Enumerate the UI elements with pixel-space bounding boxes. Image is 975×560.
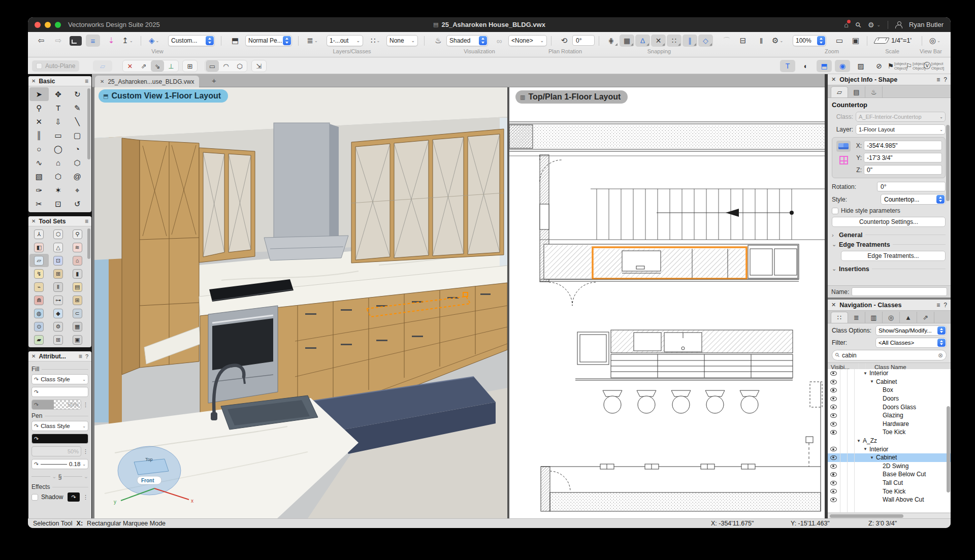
visibility-eye-icon[interactable] xyxy=(830,380,837,384)
fastener-toolset-icon[interactable]: ⊶ xyxy=(49,293,68,307)
dimension-toolset-icon[interactable]: ▤ xyxy=(68,280,87,293)
tab-render[interactable]: ♨ xyxy=(865,86,883,97)
close-icon[interactable]: ✕ xyxy=(31,78,36,84)
no-scaling-mode-icon[interactable]: ✕ xyxy=(123,60,137,72)
visibility-eye-icon[interactable] xyxy=(830,422,837,426)
nurbs-toolset-icon[interactable]: ≋ xyxy=(68,241,87,254)
name-field[interactable] xyxy=(852,287,947,296)
camera-toolset-icon[interactable]: ▣ xyxy=(68,333,87,346)
snap-smart-edge-icon[interactable]: ∥ xyxy=(682,35,697,47)
tab-shape[interactable]: ▱ xyxy=(831,86,848,97)
rotate-tool-icon[interactable]: ↺ xyxy=(68,197,87,211)
class-row[interactable]: Tall Cut xyxy=(828,479,951,487)
3d-view-pane[interactable]: Top Front x y ⬒ Custom View 1-Floor Layo… xyxy=(94,87,507,518)
stepper-icon[interactable] xyxy=(283,36,291,45)
close-icon[interactable]: ✕ xyxy=(831,302,836,308)
close-tab-icon[interactable]: ✕ xyxy=(100,79,104,84)
clip-tool-icon[interactable]: ✂ xyxy=(29,197,49,211)
settings-gear-icon[interactable]: ⚙⌄ xyxy=(770,35,785,47)
close-icon[interactable]: ✕ xyxy=(831,76,836,83)
data-bar-icon[interactable]: ⇣ xyxy=(104,35,118,47)
end-marker-dropdown[interactable]: ⌄ xyxy=(63,473,88,480)
layers-icon[interactable]: ≣⌄ xyxy=(305,35,319,47)
visibility-eye-icon[interactable] xyxy=(830,455,837,460)
auto-plane-toggle[interactable]: Auto-Plane xyxy=(32,60,79,72)
expand-arrow-icon[interactable]: ▼ xyxy=(870,455,876,460)
render-settings-icon[interactable]: ⬒ xyxy=(228,35,242,47)
x-coordinate-field[interactable]: -354'4.985" xyxy=(864,141,942,150)
stage-toolset-icon[interactable]: ⋒ xyxy=(29,293,49,307)
class-row[interactable]: ▼ Interior xyxy=(828,369,951,378)
edge-treatments-button[interactable]: Edge Treatments... xyxy=(841,251,946,261)
expand-arrow-icon[interactable]: ▼ xyxy=(870,379,876,384)
saved-views-icon[interactable]: ◈⌄ xyxy=(147,35,161,47)
close-icon[interactable]: ✕ xyxy=(31,218,36,224)
panel-menu-icon[interactable]: ≡ xyxy=(936,76,940,83)
class-row[interactable]: ▼ Cabinet xyxy=(828,453,951,462)
snap-object-icon[interactable]: ▦ xyxy=(620,35,634,47)
text-display-toggle-icon[interactable]: T[object Object] xyxy=(780,60,795,72)
settings-gear-icon[interactable]: ⚙ xyxy=(868,21,874,29)
pen-opacity-menu-icon[interactable]: ⋮ xyxy=(83,448,88,455)
stepper-icon[interactable] xyxy=(937,339,946,347)
start-marker-dropdown[interactable]: ⌄ xyxy=(31,473,56,480)
fit-objects-icon[interactable]: ▣ xyxy=(849,35,863,47)
layer-dropdown[interactable]: 1-Floor Layout⌄ xyxy=(856,124,946,135)
zoom-tool-icon[interactable]: ⚲ xyxy=(29,101,49,115)
visibility-eye-icon[interactable] xyxy=(830,498,837,502)
working-plane-icon[interactable] xyxy=(839,156,848,164)
rotation-field[interactable]: 0° xyxy=(877,182,946,191)
plan-rotation-icon[interactable]: ⟲ xyxy=(557,35,571,47)
visibility-display-icon[interactable]: ◉[object Object] xyxy=(835,60,850,72)
visibility-eye-icon[interactable] xyxy=(830,397,837,401)
eyedropper-tool-icon[interactable]: ✑ xyxy=(29,183,49,197)
spiral-tool-icon[interactable]: @ xyxy=(68,170,87,183)
cone-toolset-icon[interactable]: △ xyxy=(49,241,68,254)
door-toolset-icon[interactable]: ▮ xyxy=(68,267,87,280)
palette-menu-icon[interactable]: ≡ xyxy=(85,218,88,225)
fill-color-swatch[interactable]: ↷ xyxy=(31,387,88,397)
contrast-toggle-icon[interactable]: ◐[object Object] xyxy=(798,60,814,72)
snap-intersection-icon[interactable]: ✕ xyxy=(651,35,666,47)
tab-references[interactable]: ⇗ xyxy=(917,312,934,323)
active-class-dropdown[interactable]: None⌄ xyxy=(386,35,418,46)
freehand-tool-icon[interactable]: ∿ xyxy=(29,156,49,170)
general-section[interactable]: ›General xyxy=(832,230,946,240)
class-options-dropdown[interactable]: Show/Snap/Modify... xyxy=(875,325,947,336)
scrollbar[interactable] xyxy=(87,228,90,259)
z-coordinate-field[interactable]: 0" xyxy=(864,165,942,175)
symbol-scale-icon[interactable]: ⊞ xyxy=(183,60,197,72)
active-layer-dropdown[interactable]: 1-...out⌄ xyxy=(327,35,363,46)
filter-dropdown[interactable]: <All Classes> xyxy=(875,338,947,348)
projection-dropdown[interactable]: Normal Pe... xyxy=(245,35,292,46)
rectangular-marquee-icon[interactable]: ▭ xyxy=(206,60,219,72)
help-icon[interactable]: ? xyxy=(944,302,947,309)
class-dropdown[interactable]: A_EF-Interior-Countertop⌄ xyxy=(856,112,946,122)
shadow-style-button[interactable]: ↷ xyxy=(68,492,80,502)
scale-value[interactable]: 1/4"=1' xyxy=(891,37,912,44)
tab-saved-views[interactable]: ▲ xyxy=(900,312,917,323)
inspect-toolset-icon[interactable]: ⚲ xyxy=(68,227,87,241)
panel-menu-icon[interactable]: ≡ xyxy=(936,302,940,309)
surface-tool-icon[interactable]: ▧ xyxy=(29,170,49,183)
structural-toolset-icon[interactable]: Ⅱ xyxy=(49,280,68,293)
scale-ruler-icon[interactable] xyxy=(873,38,890,44)
class-row[interactable]: Doors xyxy=(828,394,951,403)
view-bar-eye-icon[interactable]: ◎⌄ xyxy=(928,35,942,47)
plan-rotation-field[interactable]: 0° xyxy=(572,35,595,46)
3d-modeling-toolset-icon[interactable]: ⅄ xyxy=(29,227,49,241)
hide-style-checkbox[interactable] xyxy=(832,208,838,214)
lighting-toolset-icon[interactable]: ⊂ xyxy=(68,307,87,320)
y-coordinate-field[interactable]: -17'3 3/4" xyxy=(864,153,942,162)
tab-design-layers[interactable]: ≣ xyxy=(848,312,865,323)
stepper-icon[interactable] xyxy=(479,36,487,45)
data-visualization-icon[interactable]: ⚑[object Object] xyxy=(890,60,905,72)
class-row[interactable]: ▼ Cabinet xyxy=(828,378,951,386)
visibility-eye-icon[interactable] xyxy=(830,430,837,435)
regular-polygon-tool-icon[interactable]: ⬡ xyxy=(49,170,68,183)
flyover-tool-icon[interactable]: ↻ xyxy=(68,87,87,101)
stepper-icon[interactable] xyxy=(817,36,825,45)
3d-axis-mode-icon[interactable]: ⊥ xyxy=(165,60,178,72)
fit-to-view-icon[interactable] xyxy=(70,36,82,46)
rectangle-tool-icon[interactable]: ▭ xyxy=(49,128,68,142)
